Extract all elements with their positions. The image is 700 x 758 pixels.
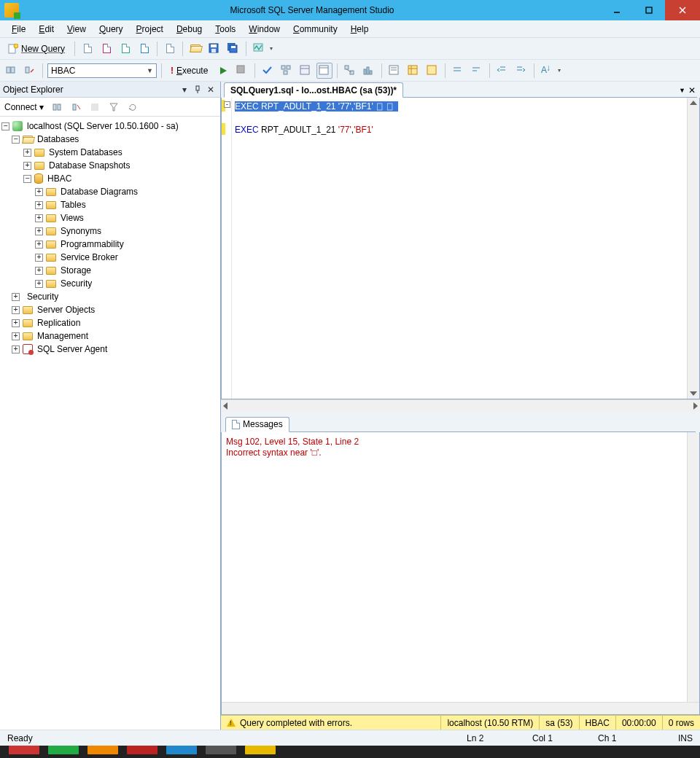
menu-tools[interactable]: Tools — [209, 22, 241, 36]
code-area[interactable]: EXEC RPT_ADULT_1_21 '77','BF1' ⎕ ⎕ EXEC … — [232, 98, 687, 399]
tree-synonyms[interactable]: Synonyms — [58, 226, 101, 236]
new-project-icon[interactable] — [162, 41, 178, 57]
tree-sql-agent[interactable]: SQL Server Agent — [34, 344, 107, 354]
tree-databases[interactable]: Databases — [34, 134, 79, 144]
tree-security[interactable]: Security — [24, 292, 58, 302]
active-files-icon[interactable]: ▼ — [679, 87, 685, 94]
window-position-icon[interactable]: ▾ — [178, 84, 191, 95]
database-selector[interactable]: HBAC ▼ — [47, 63, 157, 78]
expand-toggle[interactable]: + — [35, 201, 43, 209]
connect-icon[interactable] — [3, 63, 19, 79]
debug-icon[interactable] — [215, 63, 231, 79]
horizontal-scrollbar[interactable] — [221, 399, 700, 412]
messages-panel[interactable]: Msg 102, Level 15, State 1, Line 2 Incor… — [221, 432, 700, 715]
tree-programmability[interactable]: Programmability — [58, 239, 124, 249]
new-query-button[interactable]: New Query — [3, 42, 70, 56]
minimize-button[interactable] — [601, 0, 633, 20]
menu-community[interactable]: Community — [287, 22, 343, 36]
new-dmx-query-icon[interactable] — [117, 41, 133, 57]
new-xmla-query-icon[interactable] — [136, 41, 152, 57]
estimated-plan-icon[interactable] — [279, 63, 295, 79]
open-file-icon[interactable] — [187, 41, 203, 57]
tree-db-snapshots[interactable]: Database Snapshots — [46, 160, 130, 171]
tree-replication[interactable]: Replication — [34, 318, 80, 328]
expand-toggle[interactable]: + — [35, 267, 43, 275]
save-all-icon[interactable] — [225, 41, 241, 57]
messages-tab[interactable]: Messages — [225, 417, 289, 432]
horizontal-scrollbar[interactable] — [222, 702, 699, 714]
tree-db-security[interactable]: Security — [58, 278, 92, 289]
vertical-scrollbar[interactable] — [687, 98, 699, 399]
tree-tables[interactable]: Tables — [58, 200, 86, 210]
menu-edit[interactable]: Edit — [33, 22, 60, 36]
close-document-icon[interactable]: ✕ — [688, 85, 696, 95]
oe-refresh-icon[interactable] — [125, 100, 140, 114]
stop-icon[interactable] — [234, 63, 250, 79]
expand-toggle[interactable]: − — [12, 136, 20, 144]
document-tab[interactable]: SQLQuery1.sql - lo...ost.HBAC (sa (53))* — [224, 82, 403, 98]
oe-filter-icon[interactable] — [106, 100, 121, 114]
expand-toggle[interactable]: + — [35, 280, 43, 288]
oe-connect-icon[interactable] — [50, 100, 64, 114]
parse-icon[interactable] — [260, 63, 276, 79]
actual-plan-icon[interactable] — [342, 63, 358, 79]
tree-service-broker[interactable]: Service Broker — [58, 252, 118, 262]
activity-monitor-icon[interactable] — [251, 41, 267, 57]
expand-toggle[interactable]: + — [35, 254, 43, 262]
expand-toggle[interactable]: + — [23, 149, 31, 157]
tree-hbac[interactable]: HBAC — [44, 173, 71, 184]
menu-window[interactable]: Window — [243, 22, 286, 36]
client-stats-icon[interactable] — [361, 63, 377, 79]
menu-project[interactable]: Project — [131, 22, 169, 36]
vertical-scrollbar[interactable] — [687, 432, 699, 702]
save-icon[interactable] — [206, 41, 222, 57]
outdent-icon[interactable] — [494, 63, 510, 79]
close-button[interactable] — [665, 0, 700, 20]
results-file-icon[interactable] — [424, 63, 440, 79]
tree-management[interactable]: Management — [34, 331, 88, 341]
expand-toggle[interactable]: + — [12, 345, 20, 353]
oe-disconnect-icon[interactable] — [69, 100, 83, 114]
tree-storage[interactable]: Storage — [58, 265, 91, 276]
specify-template-icon[interactable]: A↓ — [539, 63, 555, 79]
new-mdx-query-icon[interactable] — [98, 41, 114, 57]
results-grid-icon[interactable] — [405, 63, 421, 79]
expand-toggle[interactable]: + — [12, 319, 20, 327]
results-text-icon[interactable] — [386, 63, 402, 79]
expand-toggle[interactable]: − — [23, 175, 31, 183]
expand-toggle[interactable]: + — [35, 214, 43, 222]
expand-toggle[interactable]: + — [12, 306, 20, 314]
expand-toggle[interactable]: + — [35, 227, 43, 235]
tree-db-diagrams[interactable]: Database Diagrams — [58, 187, 138, 197]
uncomment-icon[interactable] — [469, 63, 485, 79]
menu-file[interactable]: File — [6, 22, 31, 36]
indent-icon[interactable] — [513, 63, 529, 79]
expand-toggle[interactable]: + — [12, 293, 20, 301]
tree-server-label[interactable]: localhost (SQL Server 10.50.1600 - sa) — [24, 121, 179, 131]
expand-toggle[interactable]: + — [35, 241, 43, 249]
tree-server-objects[interactable]: Server Objects — [34, 305, 95, 315]
execute-button[interactable]: ! Execute — [166, 65, 212, 77]
connect-dropdown[interactable]: Connect ▾ — [3, 101, 45, 114]
intellisense-icon[interactable] — [316, 63, 332, 79]
pin-icon[interactable] — [191, 84, 204, 95]
query-options-icon[interactable] — [298, 63, 314, 79]
fold-toggle[interactable]: - — [224, 101, 230, 108]
menu-view[interactable]: View — [61, 22, 92, 36]
object-explorer-tree[interactable]: −localhost (SQL Server 10.50.1600 - sa) … — [0, 117, 220, 730]
oe-stop-icon[interactable] — [88, 100, 102, 114]
menu-debug[interactable]: Debug — [171, 22, 208, 36]
close-panel-icon[interactable]: ✕ — [204, 84, 217, 95]
comment-icon[interactable] — [450, 63, 466, 79]
menu-query[interactable]: Query — [93, 22, 129, 36]
menu-help[interactable]: Help — [345, 22, 375, 36]
new-de-query-icon[interactable] — [79, 41, 96, 57]
expand-toggle[interactable]: + — [35, 188, 43, 196]
expand-toggle[interactable]: + — [23, 162, 31, 170]
maximize-button[interactable] — [633, 0, 665, 20]
change-connection-icon[interactable] — [22, 63, 38, 79]
expand-toggle[interactable]: + — [12, 332, 20, 340]
tree-views[interactable]: Views — [58, 213, 84, 223]
tree-system-dbs[interactable]: System Databases — [46, 147, 122, 157]
expand-toggle[interactable]: − — [1, 122, 9, 130]
